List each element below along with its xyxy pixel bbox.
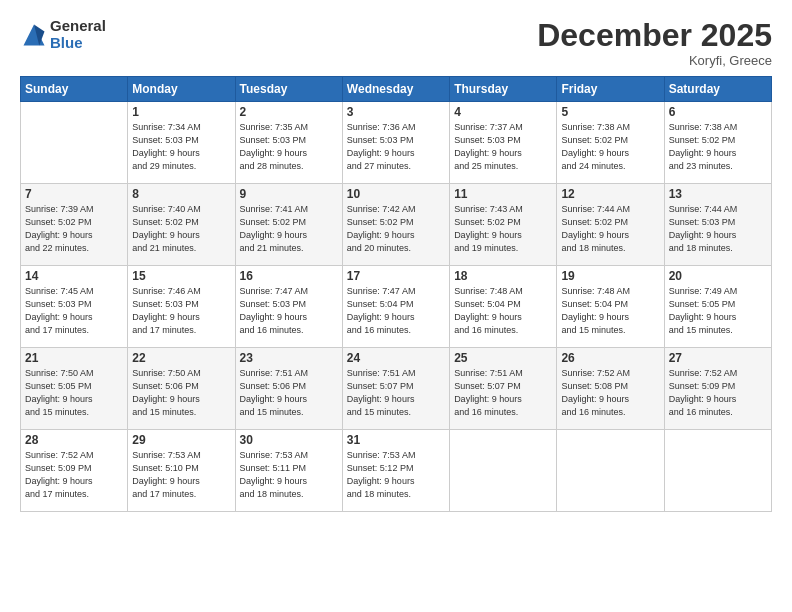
day-number: 6	[669, 105, 767, 119]
day-cell: 18Sunrise: 7:48 AMSunset: 5:04 PMDayligh…	[450, 266, 557, 348]
location: Koryfi, Greece	[537, 53, 772, 68]
day-number: 16	[240, 269, 338, 283]
day-cell: 19Sunrise: 7:48 AMSunset: 5:04 PMDayligh…	[557, 266, 664, 348]
day-number: 3	[347, 105, 445, 119]
day-number: 4	[454, 105, 552, 119]
day-info: Sunrise: 7:52 AMSunset: 5:09 PMDaylight:…	[669, 367, 767, 419]
day-number: 9	[240, 187, 338, 201]
logo-blue-text: Blue	[50, 35, 106, 52]
day-number: 27	[669, 351, 767, 365]
day-cell: 2Sunrise: 7:35 AMSunset: 5:03 PMDaylight…	[235, 102, 342, 184]
day-number: 26	[561, 351, 659, 365]
day-info: Sunrise: 7:53 AMSunset: 5:12 PMDaylight:…	[347, 449, 445, 501]
day-number: 7	[25, 187, 123, 201]
day-cell: 22Sunrise: 7:50 AMSunset: 5:06 PMDayligh…	[128, 348, 235, 430]
day-cell: 1Sunrise: 7:34 AMSunset: 5:03 PMDaylight…	[128, 102, 235, 184]
day-cell: 4Sunrise: 7:37 AMSunset: 5:03 PMDaylight…	[450, 102, 557, 184]
header: General Blue December 2025 Koryfi, Greec…	[20, 18, 772, 68]
day-info: Sunrise: 7:44 AMSunset: 5:03 PMDaylight:…	[669, 203, 767, 255]
day-cell: 25Sunrise: 7:51 AMSunset: 5:07 PMDayligh…	[450, 348, 557, 430]
day-cell: 5Sunrise: 7:38 AMSunset: 5:02 PMDaylight…	[557, 102, 664, 184]
day-number: 23	[240, 351, 338, 365]
day-info: Sunrise: 7:41 AMSunset: 5:02 PMDaylight:…	[240, 203, 338, 255]
day-info: Sunrise: 7:37 AMSunset: 5:03 PMDaylight:…	[454, 121, 552, 173]
day-info: Sunrise: 7:53 AMSunset: 5:10 PMDaylight:…	[132, 449, 230, 501]
day-info: Sunrise: 7:43 AMSunset: 5:02 PMDaylight:…	[454, 203, 552, 255]
logo-text: General Blue	[50, 18, 106, 51]
day-cell: 24Sunrise: 7:51 AMSunset: 5:07 PMDayligh…	[342, 348, 449, 430]
day-cell	[450, 430, 557, 512]
day-number: 8	[132, 187, 230, 201]
day-number: 29	[132, 433, 230, 447]
day-cell: 13Sunrise: 7:44 AMSunset: 5:03 PMDayligh…	[664, 184, 771, 266]
day-number: 21	[25, 351, 123, 365]
day-info: Sunrise: 7:38 AMSunset: 5:02 PMDaylight:…	[669, 121, 767, 173]
day-cell: 8Sunrise: 7:40 AMSunset: 5:02 PMDaylight…	[128, 184, 235, 266]
day-info: Sunrise: 7:35 AMSunset: 5:03 PMDaylight:…	[240, 121, 338, 173]
day-number: 12	[561, 187, 659, 201]
day-info: Sunrise: 7:52 AMSunset: 5:08 PMDaylight:…	[561, 367, 659, 419]
day-cell: 30Sunrise: 7:53 AMSunset: 5:11 PMDayligh…	[235, 430, 342, 512]
day-info: Sunrise: 7:50 AMSunset: 5:05 PMDaylight:…	[25, 367, 123, 419]
week-row-4: 21Sunrise: 7:50 AMSunset: 5:05 PMDayligh…	[21, 348, 772, 430]
day-info: Sunrise: 7:40 AMSunset: 5:02 PMDaylight:…	[132, 203, 230, 255]
col-header-friday: Friday	[557, 77, 664, 102]
day-info: Sunrise: 7:50 AMSunset: 5:06 PMDaylight:…	[132, 367, 230, 419]
day-number: 5	[561, 105, 659, 119]
day-cell: 3Sunrise: 7:36 AMSunset: 5:03 PMDaylight…	[342, 102, 449, 184]
day-number: 13	[669, 187, 767, 201]
day-cell: 7Sunrise: 7:39 AMSunset: 5:02 PMDaylight…	[21, 184, 128, 266]
day-info: Sunrise: 7:38 AMSunset: 5:02 PMDaylight:…	[561, 121, 659, 173]
calendar-table: SundayMondayTuesdayWednesdayThursdayFrid…	[20, 76, 772, 512]
calendar-header-row: SundayMondayTuesdayWednesdayThursdayFrid…	[21, 77, 772, 102]
day-cell: 26Sunrise: 7:52 AMSunset: 5:08 PMDayligh…	[557, 348, 664, 430]
day-info: Sunrise: 7:46 AMSunset: 5:03 PMDaylight:…	[132, 285, 230, 337]
col-header-thursday: Thursday	[450, 77, 557, 102]
day-cell: 12Sunrise: 7:44 AMSunset: 5:02 PMDayligh…	[557, 184, 664, 266]
day-cell	[664, 430, 771, 512]
day-info: Sunrise: 7:42 AMSunset: 5:02 PMDaylight:…	[347, 203, 445, 255]
week-row-3: 14Sunrise: 7:45 AMSunset: 5:03 PMDayligh…	[21, 266, 772, 348]
day-number: 10	[347, 187, 445, 201]
day-number: 20	[669, 269, 767, 283]
col-header-tuesday: Tuesday	[235, 77, 342, 102]
day-info: Sunrise: 7:36 AMSunset: 5:03 PMDaylight:…	[347, 121, 445, 173]
day-number: 1	[132, 105, 230, 119]
week-row-5: 28Sunrise: 7:52 AMSunset: 5:09 PMDayligh…	[21, 430, 772, 512]
day-cell: 23Sunrise: 7:51 AMSunset: 5:06 PMDayligh…	[235, 348, 342, 430]
day-number: 14	[25, 269, 123, 283]
day-info: Sunrise: 7:48 AMSunset: 5:04 PMDaylight:…	[561, 285, 659, 337]
day-info: Sunrise: 7:47 AMSunset: 5:03 PMDaylight:…	[240, 285, 338, 337]
week-row-1: 1Sunrise: 7:34 AMSunset: 5:03 PMDaylight…	[21, 102, 772, 184]
col-header-saturday: Saturday	[664, 77, 771, 102]
day-cell: 6Sunrise: 7:38 AMSunset: 5:02 PMDaylight…	[664, 102, 771, 184]
day-number: 31	[347, 433, 445, 447]
col-header-monday: Monday	[128, 77, 235, 102]
day-info: Sunrise: 7:53 AMSunset: 5:11 PMDaylight:…	[240, 449, 338, 501]
day-cell: 17Sunrise: 7:47 AMSunset: 5:04 PMDayligh…	[342, 266, 449, 348]
day-info: Sunrise: 7:49 AMSunset: 5:05 PMDaylight:…	[669, 285, 767, 337]
day-cell: 21Sunrise: 7:50 AMSunset: 5:05 PMDayligh…	[21, 348, 128, 430]
day-number: 17	[347, 269, 445, 283]
day-info: Sunrise: 7:48 AMSunset: 5:04 PMDaylight:…	[454, 285, 552, 337]
day-info: Sunrise: 7:44 AMSunset: 5:02 PMDaylight:…	[561, 203, 659, 255]
logo-icon	[20, 21, 48, 49]
month-title: December 2025	[537, 18, 772, 53]
day-number: 2	[240, 105, 338, 119]
day-number: 15	[132, 269, 230, 283]
day-cell: 29Sunrise: 7:53 AMSunset: 5:10 PMDayligh…	[128, 430, 235, 512]
day-info: Sunrise: 7:47 AMSunset: 5:04 PMDaylight:…	[347, 285, 445, 337]
day-number: 25	[454, 351, 552, 365]
page: General Blue December 2025 Koryfi, Greec…	[0, 0, 792, 612]
day-cell: 16Sunrise: 7:47 AMSunset: 5:03 PMDayligh…	[235, 266, 342, 348]
logo-general-text: General	[50, 18, 106, 35]
day-number: 11	[454, 187, 552, 201]
day-cell: 11Sunrise: 7:43 AMSunset: 5:02 PMDayligh…	[450, 184, 557, 266]
day-number: 22	[132, 351, 230, 365]
col-header-sunday: Sunday	[21, 77, 128, 102]
day-cell: 15Sunrise: 7:46 AMSunset: 5:03 PMDayligh…	[128, 266, 235, 348]
day-number: 28	[25, 433, 123, 447]
day-cell: 27Sunrise: 7:52 AMSunset: 5:09 PMDayligh…	[664, 348, 771, 430]
day-info: Sunrise: 7:45 AMSunset: 5:03 PMDaylight:…	[25, 285, 123, 337]
day-number: 30	[240, 433, 338, 447]
